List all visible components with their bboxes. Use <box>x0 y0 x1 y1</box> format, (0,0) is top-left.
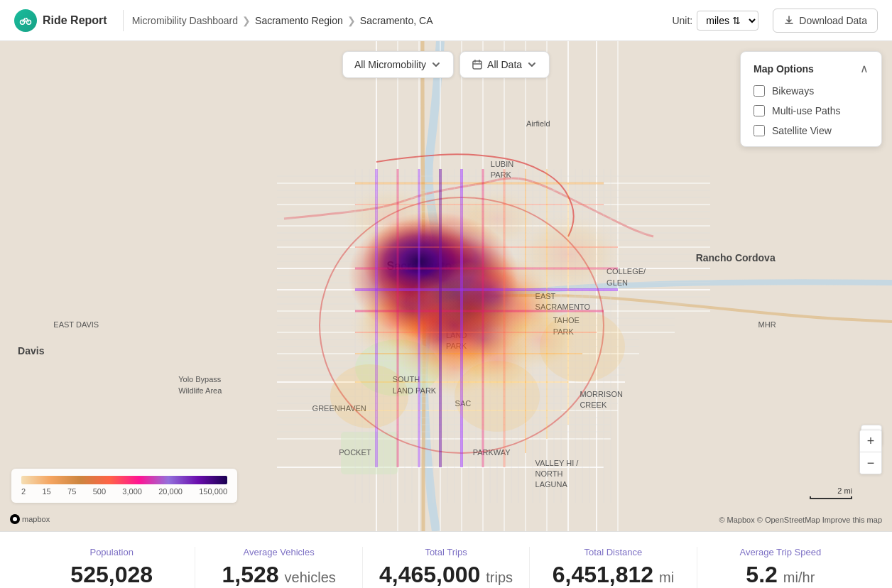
bike-icon <box>19 14 32 27</box>
stat-distance: Total Distance 6,451,812 mi <box>530 547 697 588</box>
chevron-down-icon-2 <box>526 59 538 70</box>
stat-distance-label: Total Distance <box>584 547 643 557</box>
map-attribution: © Mapbox © OpenStreetMap Improve this ma… <box>719 516 882 524</box>
data-label: All Data <box>487 59 522 70</box>
download-icon <box>783 15 795 26</box>
map-options-header: Map Options ∧ <box>754 62 869 75</box>
multiuse-checkbox[interactable] <box>754 105 765 116</box>
multiuse-option: Multi-use Paths <box>754 105 869 116</box>
bikeways-checkbox[interactable] <box>754 85 765 97</box>
micromobility-filter[interactable]: All Micromobility <box>342 51 454 78</box>
zoom-in-button[interactable]: + <box>860 430 881 452</box>
map-options-collapse[interactable]: ∧ <box>860 62 869 75</box>
stats-bar: Population 525,028 Average Vehicles 1,52… <box>0 531 892 588</box>
stat-trips-value: 4,465,000 <box>379 562 480 588</box>
breadcrumb-chevron-1: ❯ <box>242 15 251 26</box>
legend-label-1: 15 <box>42 487 50 496</box>
stat-population-label: Population <box>89 547 133 557</box>
breadcrumb-dashboard[interactable]: Micromibility Dashboard <box>132 15 238 26</box>
mapbox-icon-inner <box>13 517 17 521</box>
stat-distance-value: 6,451,812 <box>553 562 653 588</box>
map-legend: 2 15 75 500 3,000 20,000 150,000 <box>11 469 237 503</box>
unit-select[interactable]: miles ⇅ km <box>697 11 758 31</box>
chevron-down-icon <box>430 59 442 70</box>
stat-vehicles-unit: vehicles <box>285 570 336 586</box>
stat-trips-row: 4,465,000 trips <box>379 562 513 588</box>
stat-vehicles-label: Average Vehicles <box>244 547 315 557</box>
stat-vehicles-row: 1,528 vehicles <box>222 562 335 588</box>
app-header: Ride Report Micromibility Dashboard ❯ Sa… <box>0 0 892 41</box>
stat-trips: Total Trips 4,465,000 trips <box>363 547 530 588</box>
legend-gradient <box>21 476 227 484</box>
legend-label-2: 75 <box>67 487 76 496</box>
stat-population-value: 525,028 <box>70 562 153 588</box>
micromobility-label: All Micromobility <box>354 59 426 70</box>
map-area[interactable]: All Micromobility All Data Map Options ∧… <box>0 41 892 531</box>
satellite-label[interactable]: Satellite View <box>772 125 832 136</box>
legend-label-3: 500 <box>93 487 106 496</box>
header-right: Unit: miles ⇅ km Download Data <box>672 9 878 33</box>
stat-distance-unit: mi <box>659 570 674 586</box>
stat-trips-label: Total Trips <box>425 547 467 557</box>
stat-speed-row: 5.2 mi/hr <box>746 562 815 588</box>
stat-speed-value: 5.2 <box>746 562 777 588</box>
logo-icon <box>14 9 37 32</box>
scale-bar <box>810 496 852 499</box>
unit-selector: Unit: miles ⇅ km <box>672 11 758 31</box>
svg-point-2 <box>26 17 27 18</box>
legend-label-6: 150,000 <box>199 487 227 496</box>
calendar-icon <box>472 59 483 70</box>
date-filter[interactable]: All Data <box>459 51 550 78</box>
bikeways-option: Bikeways <box>754 85 869 97</box>
map-toolbar: All Micromobility All Data <box>342 51 550 78</box>
legend-labels: 2 15 75 500 3,000 20,000 150,000 <box>21 487 227 496</box>
stat-distance-row: 6,451,812 mi <box>553 562 674 588</box>
bikeways-label[interactable]: Bikeways <box>772 85 814 97</box>
legend-label-0: 2 <box>21 487 26 496</box>
multiuse-label[interactable]: Multi-use Paths <box>772 105 840 116</box>
breadcrumb: Micromibility Dashboard ❯ Sacramento Reg… <box>132 15 433 26</box>
breadcrumb-city: Sacramento, CA <box>360 15 433 26</box>
stat-speed-label: Average Trip Speed <box>739 547 821 557</box>
download-button[interactable]: Download Data <box>773 9 878 33</box>
zoom-controls: + − <box>859 430 882 474</box>
attribution-text: © Mapbox © OpenStreetMap Improve this ma… <box>719 516 882 524</box>
map-options-panel: Map Options ∧ Bikeways Multi-use Paths S… <box>740 51 882 147</box>
map-options-title: Map Options <box>754 63 814 75</box>
unit-label: Unit: <box>672 15 692 26</box>
stat-population: Population 525,028 <box>28 547 195 588</box>
scale-label: 2 mi <box>837 486 852 495</box>
zoom-out-button[interactable]: − <box>860 452 881 474</box>
download-label: Download Data <box>799 15 867 26</box>
mapbox-icon <box>10 514 20 524</box>
map-scale: 2 mi <box>810 486 852 499</box>
breadcrumb-region: Sacramento Region <box>255 15 343 26</box>
legend-label-4: 3,000 <box>122 487 142 496</box>
header-divider <box>123 10 124 31</box>
stat-vehicles: Average Vehicles 1,528 vehicles <box>195 547 362 588</box>
svg-rect-125 <box>473 61 482 69</box>
satellite-checkbox[interactable] <box>754 125 765 136</box>
logo-area: Ride Report <box>14 9 107 32</box>
logo-text: Ride Report <box>43 14 107 27</box>
satellite-option: Satellite View <box>754 125 869 136</box>
breadcrumb-chevron-2: ❯ <box>347 15 356 26</box>
stat-speed: Average Trip Speed 5.2 mi/hr <box>697 547 864 588</box>
stat-speed-unit: mi/hr <box>783 570 815 586</box>
mapbox-logo-text: mapbox <box>10 514 50 524</box>
stat-trips-unit: trips <box>486 570 513 586</box>
legend-label-5: 20,000 <box>158 487 183 496</box>
mapbox-logo: mapbox <box>10 514 50 524</box>
stat-vehicles-value: 1,528 <box>222 562 278 588</box>
